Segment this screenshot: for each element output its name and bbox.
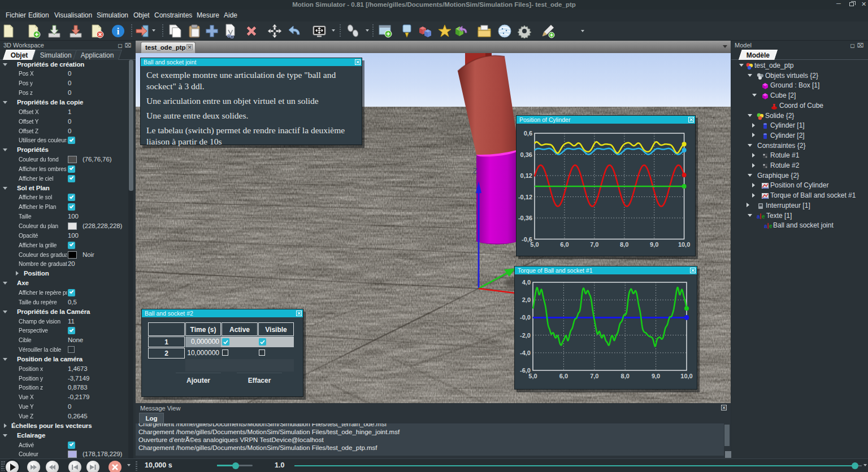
svg-text:6,0: 6,0 [560, 241, 568, 248]
svg-text:a: a [764, 223, 767, 229]
svg-text:-0,12: -0,12 [518, 194, 532, 200]
svg-text:10,0: 10,0 [680, 373, 692, 379]
svg-text:7,0: 7,0 [590, 241, 598, 248]
svg-text:9,0: 9,0 [650, 241, 658, 248]
svg-text:0,6: 0,6 [524, 130, 532, 137]
svg-text:-0,0: -0,0 [520, 314, 531, 321]
svg-text:9,0: 9,0 [652, 373, 660, 379]
svg-text:e: e [762, 213, 765, 220]
svg-text:-0,36: -0,36 [518, 215, 532, 221]
svg-text:5,0: 5,0 [528, 373, 537, 379]
svg-text:a: a [757, 213, 760, 220]
svg-text:6,0: 6,0 [559, 373, 568, 379]
svg-text:5,0: 5,0 [530, 241, 539, 248]
svg-text:i: i [117, 27, 120, 36]
svg-text:8,0: 8,0 [620, 241, 628, 248]
svg-text:2,0: 2,0 [522, 296, 531, 303]
svg-text:7,0: 7,0 [590, 373, 598, 379]
svg-text:4,0: 4,0 [522, 279, 531, 286]
svg-text:0,12: 0,12 [520, 172, 532, 179]
svg-text:8,0: 8,0 [621, 373, 630, 379]
svg-text:10,0: 10,0 [678, 241, 690, 248]
svg-text:-4,0: -4,0 [520, 349, 531, 356]
svg-text:0,36: 0,36 [520, 151, 532, 158]
svg-text:Z: Z [473, 167, 478, 175]
svg-text:-2,0: -2,0 [520, 332, 531, 339]
svg-text:e: e [769, 223, 772, 229]
